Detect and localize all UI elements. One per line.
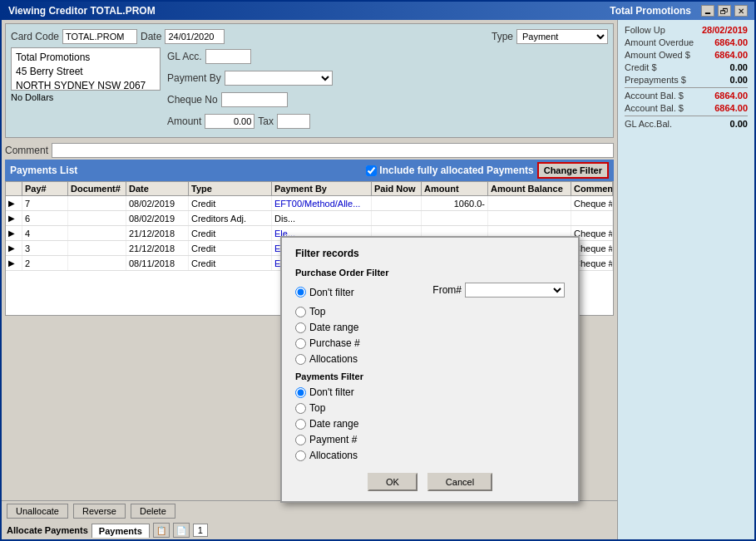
pmt-paymenthash-radio[interactable]	[295, 435, 306, 445]
po-dontfilter-label[interactable]: Don't filter	[295, 287, 354, 298]
pmt-allocations-row: Allocations	[295, 450, 565, 461]
dialog-buttons: OK Cancel	[295, 473, 565, 491]
payments-filter-label: Payments Filter	[295, 371, 565, 381]
from-row: From#	[432, 283, 565, 298]
pmt-allocations-radio[interactable]	[295, 450, 306, 461]
po-top-text: Top	[309, 306, 325, 317]
pmt-daterange-text: Date range	[309, 418, 358, 430]
pmt-daterange-label[interactable]: Date range	[295, 418, 358, 430]
pmt-top-label[interactable]: Top	[295, 402, 325, 414]
ok-button[interactable]: OK	[368, 473, 418, 491]
filter-dialog: Filter records Purchase Order Filter Don…	[280, 236, 580, 503]
dialog-overlay: Filter records Purchase Order Filter Don…	[2, 20, 754, 539]
from-select[interactable]	[465, 283, 565, 298]
po-filter-label: Purchase Order Filter	[295, 268, 565, 278]
pmt-paymenthash-row: Payment #	[295, 434, 565, 445]
close-button[interactable]: ✕	[734, 5, 748, 17]
pmt-paymenthash-label[interactable]: Payment #	[295, 434, 357, 445]
cancel-button[interactable]: Cancel	[427, 473, 492, 491]
title-bar: Viewing Creditor TOTAL.PROM Total Promot…	[2, 2, 754, 20]
po-daterange-text: Date range	[309, 322, 358, 333]
window-body: Card Code Date Type Payment To	[2, 20, 754, 539]
dialog-title: Filter records	[295, 248, 565, 259]
window-title: Viewing Creditor TOTAL.PROM	[8, 5, 156, 17]
minimize-button[interactable]: 🗕	[701, 5, 714, 17]
title-bar-controls: Total Promotions 🗕 🗗 ✕	[610, 5, 748, 17]
pmt-dontfilter-text: Don't filter	[309, 386, 354, 398]
po-allocations-text: Allocations	[309, 353, 358, 365]
pmt-dontfilter-label[interactable]: Don't filter	[295, 386, 354, 398]
pmt-allocations-label[interactable]: Allocations	[295, 450, 358, 461]
po-dontfilter-text: Don't filter	[309, 287, 354, 298]
pmt-top-row: Top	[295, 402, 565, 414]
po-daterange-row: Date range	[295, 322, 565, 333]
po-daterange-label[interactable]: Date range	[295, 322, 358, 333]
po-daterange-radio[interactable]	[295, 322, 306, 333]
po-dontfilter-row: Don't filter From#	[295, 283, 565, 302]
pmt-daterange-row: Date range	[295, 418, 565, 430]
main-window: Viewing Creditor TOTAL.PROM Total Promot…	[0, 0, 756, 541]
po-top-radio[interactable]	[295, 307, 306, 317]
pmt-allocations-text: Allocations	[309, 450, 358, 461]
pmt-daterange-radio[interactable]	[295, 419, 306, 430]
po-allocations-label[interactable]: Allocations	[295, 353, 358, 365]
po-purchasehash-label[interactable]: Purchase #	[295, 337, 360, 349]
restore-button[interactable]: 🗗	[718, 5, 731, 17]
pmt-dontfilter-row: Don't filter	[295, 386, 565, 398]
from-label: From#	[432, 284, 462, 296]
po-purchasehash-radio[interactable]	[295, 338, 306, 349]
po-allocations-row: Allocations	[295, 353, 565, 365]
pmt-paymenthash-text: Payment #	[309, 434, 357, 445]
pmt-top-text: Top	[309, 402, 325, 414]
po-top-label[interactable]: Top	[295, 306, 325, 317]
po-purchasehash-text: Purchase #	[309, 337, 360, 349]
po-purchasehash-row: Purchase #	[295, 337, 565, 349]
pmt-top-radio[interactable]	[295, 403, 306, 414]
pmt-dontfilter-radio[interactable]	[295, 387, 306, 398]
brand-label: Total Promotions	[610, 5, 691, 17]
po-allocations-radio[interactable]	[295, 354, 306, 365]
po-dontfilter-radio[interactable]	[295, 287, 306, 298]
po-top-row: Top	[295, 306, 565, 317]
